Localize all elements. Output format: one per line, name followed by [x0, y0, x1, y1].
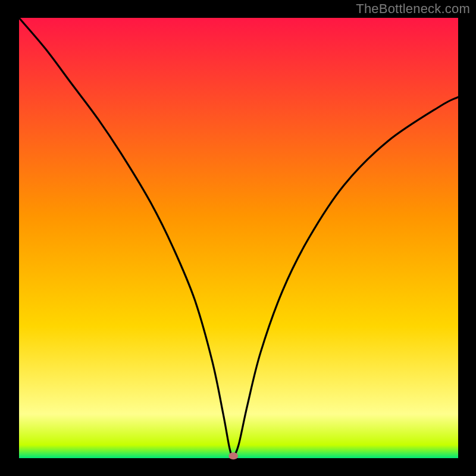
- plot-area: [19, 18, 458, 458]
- attribution-text: TheBottleneck.com: [356, 1, 470, 17]
- curve-minimum-marker: [228, 452, 238, 459]
- bottleneck-chart: [0, 0, 476, 476]
